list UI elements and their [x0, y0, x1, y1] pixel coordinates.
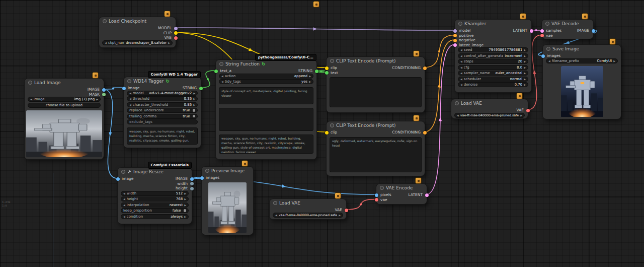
combo-right-arrow-icon[interactable]: ▶: [184, 203, 186, 208]
node-title-bar[interactable]: Load VAE: [270, 199, 346, 207]
collapse-dot[interactable]: [103, 19, 107, 23]
node-save_image[interactable]: Save Imageimages◀filename_prefixComfyUI▶: [542, 44, 621, 119]
node-vae_decode[interactable]: VAE DecodesamplesvaeIMAGE: [541, 19, 594, 39]
combo-left-arrow-icon[interactable]: ◀: [460, 65, 462, 70]
combo-right-arrow-icon[interactable]: ▶: [520, 113, 522, 118]
clip_text_encode_negative-textarea-0[interactable]: ugly, deformed, watermark, easynegative,…: [330, 137, 422, 172]
collapse-dot[interactable]: [205, 169, 209, 173]
node-clip_text_encode_negative[interactable]: CLIP Text Encode (Prompt)clipCONDITIONIN…: [326, 121, 425, 176]
collapse-dot[interactable]: [28, 81, 32, 85]
combo-left-arrow-icon[interactable]: ◀: [275, 213, 277, 218]
load_vae_bottom-widget-vae-ft-mse-840000-ema-pruned-safetensors[interactable]: ◀vae-ft-mse-840000-ema-pruned.safetensor…: [273, 213, 343, 218]
collapse-dot[interactable]: [273, 201, 277, 205]
combo-right-arrow-icon[interactable]: ▶: [168, 40, 170, 45]
combo-right-arrow-icon[interactable]: ▶: [524, 82, 526, 87]
ksampler-widget-sampler-name[interactable]: ◀sampler_nameeuler_ancestral▶: [458, 71, 528, 76]
clip_text_encode_negative-output-conditioning-socket[interactable]: [423, 131, 427, 135]
load_vae_top-output-vae-socket[interactable]: [526, 109, 530, 112]
vae_decode-input-samples-socket[interactable]: [540, 29, 544, 33]
combo-left-arrow-icon[interactable]: ◀: [123, 203, 125, 208]
clip_text_encode_positive-textarea-0[interactable]: [330, 77, 422, 107]
combo-left-arrow-icon[interactable]: ◀: [460, 47, 462, 52]
combo-right-arrow-icon[interactable]: ▶: [524, 71, 526, 76]
combo-right-arrow-icon[interactable]: ▶: [96, 97, 98, 102]
node-load_vae_bottom[interactable]: Load VAEVAE◀vae-ft-mse-840000-ema-pruned…: [269, 198, 347, 220]
node-load_image[interactable]: Load ImageIMAGEMASK◀imageimg (7).png▶cho…: [24, 78, 104, 160]
collapse-dot[interactable]: [127, 79, 131, 83]
load_checkpoint-output-clip-socket[interactable]: [174, 31, 178, 35]
save_image-input-images-socket[interactable]: [541, 54, 545, 58]
wd14_tagger-widget-threshold[interactable]: ◀threshold0.35▶: [127, 96, 198, 101]
wd14_tagger-widget-model[interactable]: ◀modelwd-v1-4-moat-tagger-v2▶: [127, 91, 198, 96]
node-title-bar[interactable]: Image Resize: [118, 168, 192, 176]
combo-left-arrow-icon[interactable]: ◀: [460, 77, 462, 82]
combo-right-arrow-icon[interactable]: ▶: [184, 191, 186, 196]
load_image-output-mask-socket[interactable]: [102, 93, 106, 96]
node-title-bar[interactable]: String Function↻: [216, 60, 316, 68]
ksampler-widget-seed[interactable]: ◀seed794938617786881▶: [458, 47, 528, 52]
load_checkpoint-widget-ckpt-name[interactable]: ◀ckpt_namedreamshaper_8.safetensors▶: [102, 40, 173, 45]
ksampler-input-latent-image-socket[interactable]: [453, 43, 457, 47]
image_resize-output-height-socket[interactable]: [190, 187, 194, 190]
save_image-widget-filename-prefix[interactable]: ◀filename_prefixComfyUI▶: [546, 58, 618, 63]
ksampler-input-negative-socket[interactable]: [453, 39, 457, 42]
vae_decode-input-vae-socket[interactable]: [540, 34, 544, 37]
collapse-dot[interactable]: [330, 59, 334, 63]
node-load_checkpoint[interactable]: Load CheckpointMODELCLIPVAE◀ckpt_namedre…: [99, 17, 176, 48]
node-title-bar[interactable]: WD14 Tagger↻: [124, 77, 201, 85]
toggle-knob[interactable]: [184, 209, 187, 212]
image_resize-output-image-socket[interactable]: [190, 177, 194, 181]
combo-left-arrow-icon[interactable]: ◀: [221, 79, 223, 84]
node-vae_encode[interactable]: VAE EncodepixelsvaeLATENT: [376, 183, 427, 205]
combo-right-arrow-icon[interactable]: ▶: [524, 77, 526, 82]
node-title-bar[interactable]: CLIP Text Encode (Prompt): [327, 57, 425, 65]
vae_encode-output-latent-socket[interactable]: [425, 193, 429, 197]
combo-left-arrow-icon[interactable]: ◀: [457, 113, 459, 118]
combo-left-arrow-icon[interactable]: ◀: [460, 53, 462, 58]
load_checkpoint-output-model-socket[interactable]: [174, 27, 178, 30]
preview_image-input-images-socket[interactable]: [200, 176, 204, 180]
node-title-bar[interactable]: KSampler: [455, 20, 531, 28]
string_function-textarea-2[interactable]: weapon, sky, gun, no humans, night, robo…: [219, 135, 313, 154]
combo-right-arrow-icon[interactable]: ▶: [524, 47, 526, 52]
image_resize-widget-interpolation[interactable]: ◀interpolationnearest▶: [121, 203, 189, 208]
node-title-bar[interactable]: Preview Image: [202, 167, 253, 175]
wd14_tagger-output-string-socket[interactable]: [199, 87, 203, 90]
node-title-bar[interactable]: CLIP Text Encode (Prompt): [327, 121, 425, 129]
node-graph-canvas[interactable]: Load CheckpointMODELCLIPVAE◀ckpt_namedre…: [0, 0, 644, 267]
node-ksampler[interactable]: KSamplermodelpositivenegativelatent_imag…: [454, 19, 532, 93]
combo-right-arrow-icon[interactable]: ▶: [524, 59, 526, 64]
string_function-widget-tidy-tags[interactable]: ◀tidy_tagsyes▶: [219, 79, 313, 84]
ksampler-widget-cfg[interactable]: ◀cfg8.0▶: [458, 65, 528, 70]
node-title-bar[interactable]: VAE Decode: [542, 20, 593, 28]
string_function-output-string-socket[interactable]: [315, 70, 318, 73]
combo-right-arrow-icon[interactable]: ▶: [193, 91, 195, 96]
image_resize-widget-width[interactable]: ◀width512▶: [121, 191, 189, 196]
clip_text_encode_negative-input-clip-socket[interactable]: [325, 131, 329, 135]
combo-left-arrow-icon[interactable]: ◀: [460, 71, 462, 76]
combo-right-arrow-icon[interactable]: ▶: [613, 58, 615, 63]
ksampler-widget-denoise[interactable]: ◀denoise0.70▶: [458, 82, 528, 87]
vae_encode-input-vae-socket[interactable]: [375, 198, 378, 202]
node-title-bar[interactable]: Save Image: [543, 45, 621, 53]
ksampler-input-positive-socket[interactable]: [453, 34, 457, 37]
load_image-widget-choose-file-to-upload[interactable]: choose file to upload: [28, 103, 101, 108]
ksampler-widget-control-after-generate[interactable]: ◀control_after_generateincrement▶: [458, 53, 528, 58]
vae_decode-output-image-socket[interactable]: [592, 29, 595, 33]
combo-left-arrow-icon[interactable]: ◀: [123, 196, 125, 202]
ksampler-widget-scheduler[interactable]: ◀schedulernormal▶: [458, 77, 528, 82]
collapse-dot[interactable]: [121, 170, 125, 174]
node-title-bar[interactable]: Load Checkpoint: [99, 17, 176, 25]
ksampler-output-latent-socket[interactable]: [530, 29, 533, 33]
combo-left-arrow-icon[interactable]: ◀: [30, 97, 32, 102]
collapse-dot[interactable]: [219, 62, 223, 66]
combo-right-arrow-icon[interactable]: ▶: [524, 65, 526, 70]
string_function-textarea-1[interactable]: [219, 108, 313, 131]
node-wd14_tagger[interactable]: ComfyUI WD 1.4 TaggerWD14 Tagger↻imageST…: [123, 77, 201, 148]
combo-right-arrow-icon[interactable]: ▶: [184, 214, 186, 219]
wd14_tagger-input-image-socket[interactable]: [122, 87, 126, 90]
load_checkpoint-output-vae-socket[interactable]: [174, 36, 178, 40]
combo-left-arrow-icon[interactable]: ◀: [221, 74, 223, 79]
node-image_resize[interactable]: ComfyUI EssentialsImage ResizeimageIMAGE…: [117, 167, 192, 224]
combo-right-arrow-icon[interactable]: ▶: [524, 53, 526, 58]
